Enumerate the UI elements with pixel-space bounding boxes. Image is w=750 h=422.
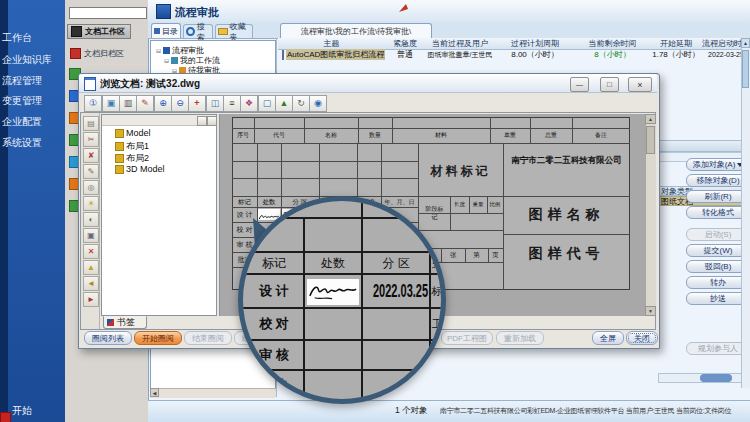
canvas-scroll-thumb[interactable]: [646, 126, 655, 154]
scroll-up-icon[interactable]: ▲: [741, 38, 750, 48]
tree-mini-button-2[interactable]: [207, 116, 217, 126]
info-icon[interactable]: ①: [84, 95, 102, 112]
sidebar-item-settings[interactable]: 系统设置: [2, 137, 42, 149]
row-user[interactable]: 图纸审批盖章/王世民: [425, 49, 495, 60]
close-viewer-button[interactable]: 关闭: [626, 331, 658, 345]
close-button[interactable]: ×: [628, 77, 652, 92]
approval-title: 流程审批: [175, 5, 219, 20]
expander-icon[interactable]: ⊟: [156, 47, 161, 54]
mag-design-date: 2022.03.25: [361, 275, 441, 307]
canvas-scroll-down-icon[interactable]: ▼: [645, 306, 656, 316]
dim-length: 长度: [450, 198, 469, 211]
tree-mini-button-1[interactable]: [197, 116, 207, 126]
sheet-di: 第: [465, 250, 488, 261]
bottom-scrollbar-thumb[interactable]: [700, 374, 732, 382]
canvas-scroll-up-icon[interactable]: ▲: [645, 114, 656, 124]
parts-header-totalweight: 总重: [530, 129, 572, 142]
prev-icon[interactable]: ◄: [83, 276, 99, 291]
tab-favorites[interactable]: 收藏夹: [215, 24, 253, 38]
warn-icon[interactable]: ▲: [83, 260, 99, 275]
sidebar-item-change[interactable]: 变更管理: [2, 95, 42, 107]
fullscreen-button[interactable]: 全屏: [592, 331, 624, 345]
sidebar-item-workbench[interactable]: 工作台: [2, 32, 32, 44]
review-list-button[interactable]: 圈阅列表: [84, 331, 132, 345]
bookmark-tab[interactable]: 书签: [103, 316, 147, 329]
viewer-doc-icon: [84, 77, 96, 91]
breadcrumb: 流程审批\我的工作流\待我审批\: [280, 23, 432, 39]
monitor-icon[interactable]: ▢: [258, 95, 276, 112]
zoom-out-icon[interactable]: ⊖: [171, 95, 189, 112]
clip-icon[interactable]: ✂: [83, 132, 99, 147]
drawing-code-label: 图样代号: [503, 240, 630, 268]
tab-search[interactable]: 搜索: [183, 24, 213, 38]
doc-filter-input[interactable]: [69, 7, 147, 19]
mag-signature-box: [307, 279, 359, 305]
parts-header-code: 代号: [254, 129, 304, 142]
image-icon[interactable]: ▣: [102, 95, 120, 112]
sidebar-item-knowledge[interactable]: 企业知识库: [2, 54, 52, 66]
tab-directory[interactable]: 目录: [151, 23, 181, 38]
parts-header-name: 名称: [304, 129, 358, 142]
scroll-left-icon[interactable]: ◀: [150, 388, 159, 397]
row-delay[interactable]: 1.78（小时）: [650, 49, 702, 60]
row-subject[interactable]: AutoCAD图纸审批归档流程: [278, 49, 385, 60]
pdf-drawing-button[interactable]: PDF工程图: [441, 331, 493, 345]
tree-hscroll-track[interactable]: [150, 388, 276, 398]
delete-icon[interactable]: ✕: [83, 244, 99, 259]
circle-markup-icon[interactable]: ◎: [83, 180, 99, 195]
change-mark: 标记: [232, 197, 257, 207]
play-icon[interactable]: ►: [83, 292, 99, 307]
mag-role-design: 设 计: [245, 275, 303, 307]
row-urgency[interactable]: 普通: [385, 49, 425, 60]
cancel-icon[interactable]: ✘: [83, 148, 99, 163]
grid-icon[interactable]: ▣: [83, 228, 99, 243]
expander-icon[interactable]: ⊟: [164, 57, 169, 64]
company-name: 南宁市二零二五科技有限公司: [503, 154, 630, 168]
layout-node-model[interactable]: Model: [115, 128, 151, 138]
pen-icon[interactable]: ✎: [83, 164, 99, 179]
frame-icon[interactable]: ▤: [83, 116, 99, 131]
reload-button[interactable]: 重新加载: [496, 331, 544, 345]
palette-icon[interactable]: ❖: [240, 95, 258, 112]
sheet-page: 页: [488, 250, 503, 261]
sidebar-item-config[interactable]: 企业配置: [2, 116, 42, 128]
layers-icon[interactable]: ≡: [223, 95, 241, 112]
right-scrollbar-thumb[interactable]: [742, 50, 749, 88]
change-count: 处数: [257, 197, 281, 207]
print-icon[interactable]: ▥: [119, 95, 137, 112]
status-info: 南宁市二零二五科技有限公司彩虹EDM-企业图纸管理软件平台 当前用户:王世民 当…: [440, 406, 746, 416]
archive-label: 文档归档区: [84, 48, 124, 59]
maximize-button[interactable]: □: [600, 77, 619, 92]
row-remaining[interactable]: 8（小时）: [575, 49, 650, 60]
bookmark-flag-icon: [107, 319, 114, 326]
pin-icon[interactable]: [398, 3, 409, 13]
start-review-button[interactable]: 开始圈阅: [134, 331, 182, 345]
parts-header-unitweight: 单重: [490, 129, 530, 142]
sidebar-item-process[interactable]: 流程管理: [2, 75, 42, 87]
mag-header-count: 处数: [305, 253, 361, 273]
minimize-button[interactable]: —: [570, 77, 589, 92]
start-button[interactable]: 开始: [12, 405, 32, 417]
refresh-icon[interactable]: ↻: [292, 95, 310, 112]
annotate-icon[interactable]: ✎: [136, 95, 154, 112]
target-icon[interactable]: ◉: [309, 95, 327, 112]
sheet-zhang: 张: [441, 250, 465, 261]
zoom-in-icon[interactable]: ⊕: [154, 95, 172, 112]
bulb-icon[interactable]: ☀: [83, 196, 99, 211]
parts-header-remark: 备注: [572, 129, 630, 142]
layout-icon: [115, 142, 124, 151]
contrast-icon[interactable]: ◐: [83, 212, 99, 227]
pan-icon[interactable]: +: [188, 95, 206, 112]
end-review-button[interactable]: 结束圈阅: [184, 331, 232, 345]
workspace-button[interactable]: 文档工作区: [67, 24, 131, 39]
window-zoom-icon[interactable]: ◫: [206, 95, 224, 112]
workspace-label: 文档工作区: [85, 26, 125, 37]
layout-node-3dmodel[interactable]: 3D Model: [115, 164, 165, 174]
up-icon[interactable]: ▲: [275, 95, 293, 112]
start-icon[interactable]: [0, 412, 11, 422]
right-scrollbar-track[interactable]: [741, 38, 750, 388]
row-cycle[interactable]: 8.00（小时）: [495, 49, 575, 60]
workspace-icon: [71, 26, 82, 37]
archive-button[interactable]: 文档归档区: [67, 47, 131, 60]
dim-weight: 重量: [469, 198, 487, 211]
